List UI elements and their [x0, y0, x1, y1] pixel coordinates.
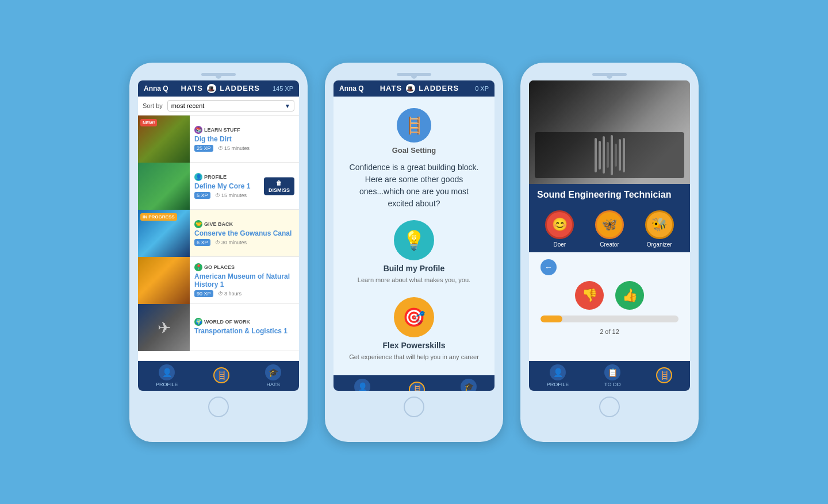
goal-question: Confidence is a great building block. He… — [343, 161, 485, 210]
activity-title-1: Dig the Dirt — [194, 135, 294, 143]
xp-4: 90 XP — [194, 290, 213, 297]
back-arrow-btn[interactable]: ← — [540, 259, 557, 275]
nav-hats-1[interactable]: 🎓 HATS — [265, 364, 281, 387]
activity-list: NEW! 📚 LEARN STUFF Dig the Dirt 25 XP ⏱ … — [138, 116, 299, 361]
time-4: ⏱ 3 hours — [218, 291, 242, 297]
hat-creator[interactable]: 🦋 Creator — [595, 210, 624, 248]
logo-icon-2: 🎩 — [406, 84, 415, 93]
sort-select[interactable]: most recent ▼ — [167, 100, 294, 111]
phone-3-bottom-nav: 👤 PROFILE 📋 TO DO 🪜 — [529, 361, 690, 391]
phone-1-screen: Anna Q HATS 🎩 LADDERS 145 XP Sort by mos… — [138, 80, 299, 391]
sort-label: Sort by — [143, 102, 163, 109]
nav-ladders-1[interactable]: 🪜 — [213, 367, 229, 384]
thumb-5: ✈ — [138, 304, 190, 351]
activity-item-3[interactable]: IN PROGRESS 🤝 GIVE BACK Conserve the Gow… — [138, 210, 299, 257]
goal-circle-icon: 🪜 — [397, 108, 431, 143]
goal-option-2[interactable]: 🎯 Flex Powerskills Get experience that w… — [349, 294, 479, 364]
sort-bar: Sort by most recent ▼ — [138, 97, 299, 116]
goal-icon-wrap: 🪜 Goal Setting — [392, 108, 436, 155]
fader-4 — [607, 142, 609, 168]
nav-profile-icon-1: 👤 — [159, 364, 175, 380]
xp-3: 6 XP — [194, 239, 210, 246]
fader-7 — [619, 139, 621, 171]
activity-item-5[interactable]: ✈ 🌍 WORLD OF WORK Transportation & Logis… — [138, 304, 299, 351]
nav-profile-2[interactable]: 👤 PROFILE — [351, 379, 374, 391]
time-3: ⏱ 30 minutes — [215, 240, 247, 245]
soundboard — [535, 132, 684, 178]
progress-label: 2 of 12 — [600, 328, 619, 335]
nav-hats-2[interactable]: 🎓 HATS — [461, 379, 477, 391]
goal-option-1-title: Build my Profile — [384, 264, 445, 273]
goal-option-2-icon: 🎯 — [394, 297, 434, 337]
nav-todo-3[interactable]: 📋 TO DO — [604, 364, 620, 387]
thumb-frog-image — [138, 163, 190, 210]
nav-profile-icon-3: 👤 — [550, 364, 566, 380]
phone-3-home-btn[interactable] — [599, 397, 620, 417]
goal-screen: 🪜 Goal Setting Confidence is a great bui… — [334, 97, 494, 375]
nav-todo-icon-3: 📋 — [604, 364, 620, 380]
progress-fill — [540, 316, 562, 322]
phone-2-user: Anna Q — [339, 84, 364, 93]
vote-yes-btn[interactable]: 👍 — [615, 281, 644, 310]
category-icon-1: 📚 — [194, 126, 202, 134]
thumb-transport-image: ✈ — [138, 304, 190, 351]
nav-hats-icon-1: 🎓 — [265, 364, 281, 380]
fader-8 — [623, 138, 625, 172]
goal-option-2-desc: Get experience that will help you in any… — [349, 353, 479, 360]
phone-2-home-btn[interactable] — [404, 397, 424, 417]
phone-1-user: Anna Q — [144, 84, 168, 93]
phones-container: Anna Q HATS 🎩 LADDERS 145 XP Sort by mos… — [129, 63, 699, 442]
career-photo — [529, 80, 690, 184]
nav-profile-1[interactable]: 👤 PROFILE — [156, 364, 178, 387]
nav-profile-label-1: PROFILE — [156, 382, 178, 387]
thumb-3: IN PROGRESS — [138, 210, 190, 257]
phone-1-header: Anna Q HATS 🎩 LADDERS 145 XP — [138, 80, 299, 97]
goal-option-2-title: Flex Powerskills — [383, 341, 446, 350]
category-icon-4: 📍 — [194, 263, 202, 271]
badge-inprogress-3: IN PROGRESS — [140, 213, 177, 221]
nav-ladders-icon-3: 🪜 — [656, 367, 672, 383]
logo-icon: 🎩 — [207, 84, 216, 93]
fader-2 — [599, 141, 601, 170]
category-label-5: WORLD OF WORK — [204, 319, 250, 325]
activity-item-1[interactable]: NEW! 📚 LEARN STUFF Dig the Dirt 25 XP ⏱ … — [138, 116, 299, 163]
category-4: 📍 GO PLACES — [194, 263, 294, 271]
nav-profile-3[interactable]: 👤 PROFILE — [547, 364, 569, 387]
category-5: 🌍 WORLD OF WORK — [194, 318, 294, 326]
goal-title: Goal Setting — [392, 146, 436, 155]
nav-ladders-3[interactable]: 🪜 — [656, 367, 672, 384]
activity-item-2[interactable]: 👤 PROFILE Define My Core 1 5 XP ⏱ 15 min… — [138, 163, 299, 210]
xp-2: 5 XP — [194, 192, 210, 199]
activity-title-3: Conserve the Gowanus Canal — [194, 229, 294, 237]
phone-1-home-btn[interactable] — [208, 397, 229, 417]
vote-no-btn[interactable]: 👎 — [575, 281, 604, 310]
nav-ladders-2[interactable]: 🪜 — [409, 382, 425, 391]
phone-1: Anna Q HATS 🎩 LADDERS 145 XP Sort by mos… — [129, 63, 308, 442]
sort-arrow-icon: ▼ — [285, 103, 290, 109]
career-title: Sound Engineering Technician — [537, 190, 682, 200]
activity-meta-4: 90 XP ⏱ 3 hours — [194, 290, 294, 297]
phone-1-bottom-nav: 👤 PROFILE 🪜 🎓 HATS — [138, 361, 299, 391]
phone-2: Anna Q HATS 🎩 LADDERS 0 XP 🪜 Goal Settin… — [325, 63, 503, 442]
career-hats: 😊 Doer 🦋 Creator 🐝 Organizer — [529, 206, 690, 252]
fader-5 — [611, 135, 613, 175]
activity-meta-1: 25 XP ⏱ 15 minutes — [194, 145, 294, 152]
nav-ladders-icon-1: 🪜 — [213, 367, 229, 383]
hat-doer[interactable]: 😊 Doer — [545, 210, 574, 248]
activity-item-4[interactable]: 📍 GO PLACES American Museum of Natural H… — [138, 257, 299, 304]
goal-option-1[interactable]: 💡 Build my Profile Learn more about what… — [358, 217, 470, 287]
activity-meta-3: 6 XP ⏱ 30 minutes — [194, 239, 294, 246]
sort-value: most recent — [171, 102, 204, 109]
phone-1-xp: 145 XP — [273, 85, 293, 92]
dismiss-button[interactable]: 🗑 DISMISS — [264, 177, 294, 195]
hat-organizer[interactable]: 🐝 Organizer — [645, 210, 674, 248]
category-icon-3: 🤝 — [194, 220, 202, 228]
nav-todo-label-3: TO DO — [604, 382, 620, 387]
thumb-2 — [138, 163, 190, 210]
category-icon-2: 👤 — [194, 173, 202, 181]
phone-3-camera — [607, 73, 612, 79]
hat-doer-label: Doer — [553, 241, 566, 248]
time-1: ⏱ 15 minutes — [218, 145, 250, 151]
phone-2-logo: HATS 🎩 LADDERS — [380, 84, 459, 94]
thumb-1: NEW! — [138, 116, 190, 163]
